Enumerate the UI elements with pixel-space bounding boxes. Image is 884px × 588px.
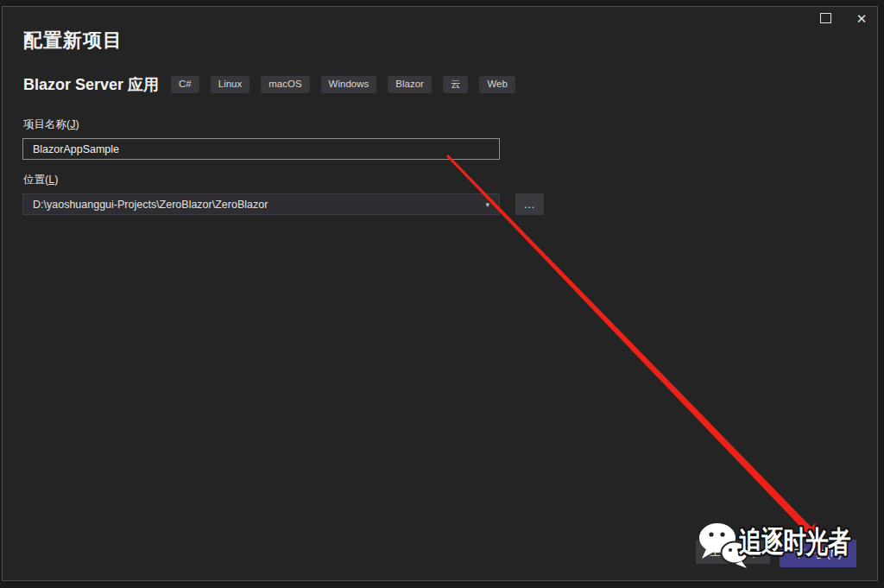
project-name-input[interactable] <box>22 138 500 160</box>
page-title: 配置新项目 <box>23 28 123 54</box>
maximize-button[interactable] <box>810 5 841 31</box>
chevron-down-icon: ▾ <box>485 200 489 209</box>
location-combobox[interactable]: D:\yaoshuanggui-Projects\ZeroBlazor\Zero… <box>22 193 500 215</box>
project-name-label: 项目名称(J) <box>23 117 79 132</box>
tag-macos: macOS <box>261 76 309 93</box>
tag-web: Web <box>479 76 515 93</box>
location-label-text: 位置( <box>23 174 48 186</box>
tag-blazor: Blazor <box>388 76 432 93</box>
template-tags: C# Linux macOS Windows Blazor 云 Web <box>171 76 515 93</box>
location-value: D:\yaoshuanggui-Projects\ZeroBlazor\Zero… <box>33 199 480 211</box>
next-button[interactable]: 下一步(N) <box>780 540 856 567</box>
close-button[interactable]: ✕ <box>846 5 877 31</box>
tag-csharp: C# <box>171 76 199 93</box>
template-heading-row: Blazor Server 应用 C# Linux macOS Windows … <box>23 74 515 95</box>
project-name-label-text: 项目名称( <box>23 118 70 130</box>
location-label: 位置(L) <box>23 173 58 187</box>
tag-cloud: 云 <box>443 76 469 93</box>
back-button[interactable]: 上一步(B) <box>696 541 770 564</box>
template-name: Blazor Server 应用 <box>23 74 159 95</box>
browse-button[interactable]: ... <box>515 193 544 215</box>
close-icon: ✕ <box>856 12 868 25</box>
maximize-icon <box>820 13 831 23</box>
tag-linux: Linux <box>211 76 250 93</box>
project-name-label-suffix: ) <box>75 118 79 130</box>
tag-windows: Windows <box>321 76 377 93</box>
location-label-suffix: ) <box>54 174 58 186</box>
